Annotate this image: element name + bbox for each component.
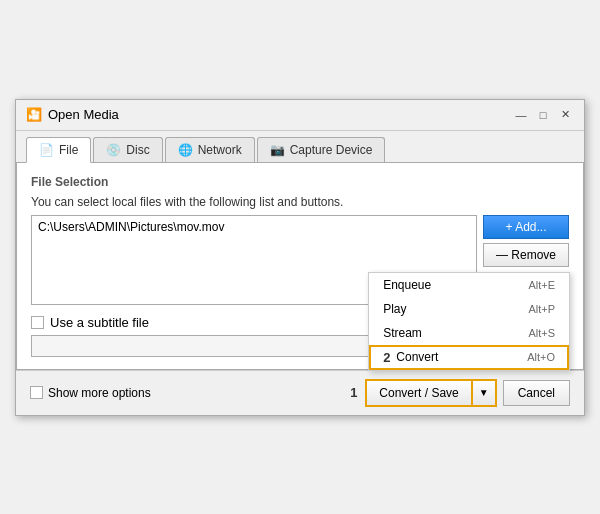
vlc-icon: 🎦 <box>26 107 42 123</box>
file-path: C:\Users\ADMIN\Pictures\mov.mov <box>38 220 224 234</box>
badge-1: 1 <box>350 385 357 400</box>
tab-network[interactable]: 🌐 Network <box>165 137 255 162</box>
menu-stream-label: Stream <box>383 326 422 340</box>
window-title: Open Media <box>48 107 119 122</box>
subtitle-label: Use a subtitle file <box>50 315 149 330</box>
capture-tab-icon: 📷 <box>270 143 285 157</box>
menu-enqueue-shortcut: Alt+E <box>528 279 555 291</box>
minimize-button[interactable]: — <box>512 106 530 124</box>
dropdown-menu: Enqueue Alt+E Play Alt+P Stream Alt+S 2 … <box>368 272 570 371</box>
show-more-label: Show more options <box>48 386 151 400</box>
menu-stream-shortcut: Alt+S <box>528 327 555 339</box>
cancel-button[interactable]: Cancel <box>503 380 570 406</box>
menu-convert-shortcut: Alt+O <box>527 351 555 363</box>
convert-save-dropdown[interactable]: ▼ <box>471 379 497 407</box>
convert-save-button[interactable]: Convert / Save <box>365 379 470 407</box>
subtitle-checkbox[interactable] <box>31 316 44 329</box>
menu-enqueue-label: Enqueue <box>383 278 431 292</box>
menu-item-convert[interactable]: 2 Convert Alt+O <box>369 345 569 370</box>
tab-disc-label: Disc <box>126 143 149 157</box>
show-more-options: Show more options <box>30 386 151 400</box>
add-button[interactable]: + Add... <box>483 215 569 239</box>
menu-item-stream[interactable]: Stream Alt+S <box>369 321 569 345</box>
convert-save-group: Convert / Save ▼ <box>365 379 496 407</box>
tab-disc[interactable]: 💿 Disc <box>93 137 162 162</box>
title-bar-left: 🎦 Open Media <box>26 107 119 123</box>
action-buttons: 1 Convert / Save ▼ Cancel Enqueue Alt+E … <box>350 379 570 407</box>
tab-capture-label: Capture Device <box>290 143 373 157</box>
tab-bar: 📄 File 💿 Disc 🌐 Network 📷 Capture Device <box>16 131 584 163</box>
badge-2: 2 <box>383 350 390 365</box>
remove-button[interactable]: — Remove <box>483 243 569 267</box>
open-media-window: 🎦 Open Media — □ ✕ 📄 File 💿 Disc 🌐 Netwo… <box>15 99 585 416</box>
menu-item-enqueue[interactable]: Enqueue Alt+E <box>369 273 569 297</box>
menu-play-label: Play <box>383 302 406 316</box>
show-more-checkbox[interactable] <box>30 386 43 399</box>
close-button[interactable]: ✕ <box>556 106 574 124</box>
bottom-bar: Show more options 1 Convert / Save ▼ Can… <box>16 370 584 415</box>
menu-item-play[interactable]: Play Alt+P <box>369 297 569 321</box>
title-buttons: — □ ✕ <box>512 106 574 124</box>
tab-file[interactable]: 📄 File <box>26 137 91 163</box>
menu-play-shortcut: Alt+P <box>528 303 555 315</box>
maximize-button[interactable]: □ <box>534 106 552 124</box>
menu-convert-label: Convert <box>396 350 438 364</box>
file-selection-label: File Selection <box>31 175 569 189</box>
title-bar: 🎦 Open Media — □ ✕ <box>16 100 584 131</box>
tab-network-label: Network <box>198 143 242 157</box>
disc-tab-icon: 💿 <box>106 143 121 157</box>
tab-file-label: File <box>59 143 78 157</box>
network-tab-icon: 🌐 <box>178 143 193 157</box>
file-selection-desc: You can select local files with the foll… <box>31 195 569 209</box>
tab-capture[interactable]: 📷 Capture Device <box>257 137 386 162</box>
file-tab-icon: 📄 <box>39 143 54 157</box>
